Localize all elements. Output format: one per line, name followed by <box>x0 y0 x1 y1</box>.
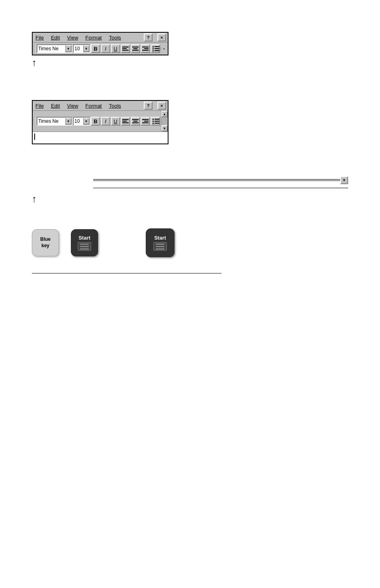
bold-button-2[interactable]: B <box>91 117 100 126</box>
menu-tools-2[interactable]: Tools <box>108 102 122 109</box>
toolbar-with-scroll: Times Ne ▼ 10 ▼ B I U <box>33 111 168 132</box>
font-dropdown-arrow-2[interactable]: ▼ <box>65 118 72 125</box>
scrollbar-track-h <box>93 179 340 181</box>
menu-file-1[interactable]: File <box>34 34 45 41</box>
text-cursor-2 <box>34 134 35 140</box>
list-button-2[interactable] <box>151 117 160 126</box>
font-name-1: Times Ne <box>38 46 65 51</box>
toolbar-window-2: File Edit View Format Tools ? × Times Ne <box>32 100 168 144</box>
menu-format-1[interactable]: Format <box>84 34 103 41</box>
italic-button-1[interactable]: I <box>101 44 110 53</box>
arrow-up-1: ↑ <box>32 57 348 68</box>
menu-view-1[interactable]: View <box>66 34 79 41</box>
help-button-2[interactable]: ? <box>144 102 153 110</box>
align-center-button-2[interactable] <box>131 117 140 126</box>
underline-button-1[interactable]: U <box>111 44 120 53</box>
blue-key-label: Bluekey <box>40 236 51 249</box>
menu-tools-1[interactable]: Tools <box>108 34 122 41</box>
menu-file-2[interactable]: File <box>34 102 45 109</box>
start-icon-2 <box>153 242 167 251</box>
content-area-2[interactable] <box>33 132 168 144</box>
help-button-1[interactable]: ? <box>144 33 153 41</box>
start-icon-1 <box>78 242 91 251</box>
scroll-track-2 <box>161 117 168 125</box>
font-size-2: 10 <box>74 118 83 124</box>
align-left-button-1[interactable] <box>121 44 130 53</box>
menu-edit-2[interactable]: Edit <box>50 102 61 109</box>
list-button-1[interactable] <box>151 44 160 53</box>
align-left-button-2[interactable] <box>121 117 130 126</box>
start-label-1: Start <box>78 235 90 241</box>
font-dropdown-arrow-1[interactable]: ▼ <box>65 45 72 52</box>
menu-edit-1[interactable]: Edit <box>50 34 61 41</box>
horizontal-scrollbar[interactable]: ▼ <box>93 176 348 184</box>
italic-button-2[interactable]: I <box>101 117 110 126</box>
size-select-1[interactable]: 10 ▼ <box>73 44 90 53</box>
toolbar-window-1: File Edit View Format Tools ? × Times Ne… <box>32 32 168 55</box>
start-label-2: Start <box>154 235 166 241</box>
close-button-2[interactable]: × <box>157 102 166 110</box>
menu-format-2[interactable]: Format <box>84 102 103 109</box>
font-select-2[interactable]: Times Ne ▼ <box>37 117 72 126</box>
toolbar-row-1: Times Ne ▼ 10 ▼ B I U <box>33 43 168 55</box>
side-scroll-1[interactable]: ≡ <box>161 47 167 50</box>
close-button-1[interactable]: × <box>157 33 166 41</box>
scroll-down-btn-h[interactable]: ▼ <box>340 176 348 184</box>
menu-bar-2: File Edit View Format Tools ? × <box>33 101 168 111</box>
scroll-up-arrow-2[interactable]: ▲ <box>161 111 168 117</box>
font-size-1: 10 <box>74 46 83 51</box>
bottom-divider <box>32 273 221 273</box>
align-center-button-1[interactable] <box>131 44 140 53</box>
font-name-2: Times Ne <box>38 118 65 124</box>
size-dropdown-arrow-2[interactable]: ▼ <box>83 118 90 125</box>
scroll-down-arrow-2[interactable]: ▼ <box>161 125 168 132</box>
align-right-button-1[interactable] <box>141 44 150 53</box>
menu-view-2[interactable]: View <box>66 102 79 109</box>
blue-key-button[interactable]: Bluekey <box>32 229 59 256</box>
toolbar-row-2: Times Ne ▼ 10 ▼ B I U <box>33 111 161 132</box>
toolbar-separator-1 <box>33 43 35 54</box>
vertical-scrollbar-2[interactable]: ▲ ▼ <box>161 111 168 132</box>
keyboard-section: Bluekey Start Start <box>32 228 348 257</box>
align-right-button-2[interactable] <box>141 117 150 126</box>
size-dropdown-arrow-1[interactable]: ▼ <box>83 45 90 52</box>
scroll-divider <box>93 187 348 189</box>
arrow-up-2: ↑ <box>32 193 348 205</box>
menu-bar-1: File Edit View Format Tools ? × <box>33 33 168 43</box>
font-select-1[interactable]: Times Ne ▼ <box>37 44 72 53</box>
toolbar-separator-2 <box>33 116 35 126</box>
underline-button-2[interactable]: U <box>111 117 120 126</box>
scrollbar-section: ▼ ↑ <box>32 176 348 205</box>
bold-button-1[interactable]: B <box>91 44 100 53</box>
size-select-2[interactable]: 10 ▼ <box>73 117 90 126</box>
start-button-1[interactable]: Start <box>71 229 98 256</box>
start-button-2[interactable]: Start <box>146 228 174 257</box>
